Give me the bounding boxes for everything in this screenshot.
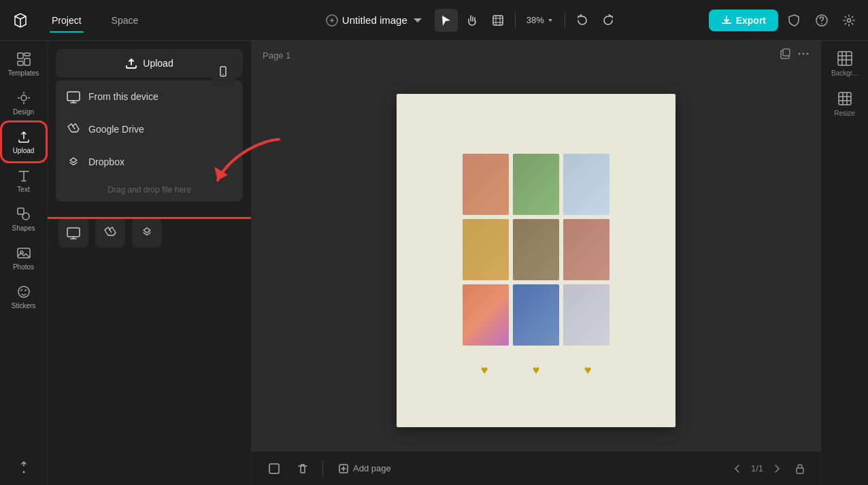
resize-panel-label: Resize: [834, 110, 855, 117]
sidebar-label-upload: Upload: [13, 147, 35, 154]
shield-icon[interactable]: [784, 10, 805, 31]
toolbar-tools: 38%: [435, 9, 620, 32]
svg-rect-28: [838, 52, 852, 65]
svg-rect-5: [18, 53, 23, 58]
canvas-page[interactable]: ♥ ♥ ♥: [397, 94, 675, 427]
canvas-header-actions: [780, 48, 809, 63]
topbar-tabs: Project Space: [38, 11, 242, 30]
svg-rect-7: [24, 58, 30, 65]
topbar: Project Space Untitled image 38%: [0, 0, 868, 41]
svg-point-9: [21, 95, 27, 101]
redo-btn[interactable]: [597, 9, 620, 32]
delete-page-btn[interactable]: [291, 457, 314, 480]
sidebar-item-photos[interactable]: Photos: [3, 240, 44, 276]
dropbox-source-btn[interactable]: [132, 218, 162, 248]
svg-rect-8: [18, 61, 23, 65]
lock-btn[interactable]: [790, 459, 809, 478]
svg-rect-2: [493, 16, 503, 25]
bottom-toolbar: Add page 1/1: [252, 451, 820, 485]
add-page-button[interactable]: Add page: [331, 459, 398, 478]
photo-cell-9[interactable]: [563, 284, 610, 346]
page-settings-btn[interactable]: [263, 457, 286, 480]
svg-rect-27: [797, 468, 803, 473]
background-panel-label: Backgr...: [831, 69, 858, 77]
sidebar-item-text[interactable]: Text: [3, 163, 44, 199]
canvas-area: Page 1: [252, 41, 820, 485]
photo-cell-3[interactable]: [563, 154, 610, 215]
hand-tool-btn[interactable]: [461, 9, 484, 32]
prev-page-btn[interactable]: [728, 459, 747, 478]
toolbar-divider-2: [565, 12, 565, 29]
sidebar-item-more[interactable]: [3, 454, 44, 480]
page-counter: 1/1: [751, 463, 763, 473]
canvas-scroll-area[interactable]: ♥ ♥ ♥: [252, 69, 820, 451]
svg-rect-21: [783, 49, 790, 56]
icon-sidebar: Templates Design Upload Text Shapes Phot…: [0, 41, 48, 485]
photo-cell-1[interactable]: [463, 154, 509, 215]
frame-tool-btn[interactable]: [486, 9, 510, 32]
photo-cell-7[interactable]: [463, 284, 509, 346]
app-logo[interactable]: [8, 8, 33, 33]
photo-cell-6[interactable]: [563, 219, 610, 280]
photo-cell-5[interactable]: [513, 219, 559, 280]
sidebar-label-templates: Templates: [8, 69, 39, 77]
source-icons-row: [48, 210, 251, 256]
svg-rect-29: [839, 93, 851, 105]
svg-point-4: [848, 18, 851, 22]
background-panel-item[interactable]: Backgr...: [827, 46, 863, 81]
svg-point-22: [799, 53, 801, 55]
heart-3: ♥: [584, 363, 592, 378]
export-button[interactable]: Export: [709, 10, 778, 31]
topbar-center: Untitled image 38%: [242, 9, 703, 32]
photo-cell-8[interactable]: [513, 284, 559, 346]
document-title: Untitled image: [342, 14, 407, 26]
svg-point-23: [803, 53, 805, 55]
zoom-control[interactable]: 38%: [521, 12, 559, 28]
sidebar-item-upload[interactable]: Upload: [3, 124, 44, 160]
select-tool-btn[interactable]: [435, 9, 458, 32]
topbar-right-icons: [784, 10, 860, 31]
sidebar-item-stickers[interactable]: Stickers: [3, 279, 44, 315]
bottom-navigation: 1/1: [728, 459, 809, 478]
google-drive-option[interactable]: Google Drive: [56, 113, 243, 146]
resize-panel-item[interactable]: Resize: [827, 86, 863, 121]
sidebar-label-shapes: Shapes: [12, 224, 35, 232]
sidebar-label-text: Text: [17, 186, 29, 193]
dropbox-option[interactable]: Dropbox: [56, 146, 243, 178]
heart-2: ♥: [533, 363, 540, 378]
svg-point-17: [222, 74, 224, 76]
drag-drop-hint: Drag and drop file here: [56, 178, 243, 201]
svg-rect-25: [269, 464, 279, 473]
photo-cell-2[interactable]: [513, 154, 559, 215]
right-panel: Backgr... Resize: [820, 41, 868, 485]
sidebar-label-design: Design: [13, 108, 34, 116]
tab-space[interactable]: Space: [98, 11, 152, 30]
sidebar-item-design[interactable]: Design: [3, 85, 44, 121]
next-page-btn[interactable]: [767, 459, 786, 478]
sidebar-item-templates[interactable]: Templates: [3, 46, 44, 82]
upload-phone-button[interactable]: [212, 57, 235, 86]
heart-1: ♥: [481, 363, 488, 378]
main-content: Templates Design Upload Text Shapes Phot…: [0, 41, 868, 485]
help-icon[interactable]: [811, 10, 833, 31]
svg-point-24: [807, 53, 809, 55]
settings-icon[interactable]: [838, 10, 860, 31]
device-source-btn[interactable]: [59, 218, 88, 248]
canvas-header: Page 1: [252, 41, 820, 69]
page-label: Page 1: [263, 50, 290, 61]
document-title-area[interactable]: Untitled image: [326, 14, 424, 27]
toolbar-divider: [515, 12, 516, 29]
gdrive-source-btn[interactable]: [95, 218, 125, 248]
upload-dropdown-container: Upload From this device Google Drive: [56, 49, 243, 201]
photo-cell-4[interactable]: [463, 219, 509, 280]
upload-dropdown-menu: From this device Google Drive Dropbox Dr…: [56, 80, 243, 201]
tab-project[interactable]: Project: [38, 11, 95, 30]
svg-point-15: [22, 471, 24, 473]
sidebar-item-shapes[interactable]: Shapes: [3, 201, 44, 237]
duplicate-page-icon[interactable]: [780, 48, 792, 63]
bottom-divider: [322, 461, 323, 477]
undo-btn[interactable]: [571, 9, 594, 32]
sidebar-label-stickers: Stickers: [12, 302, 36, 310]
more-options-icon[interactable]: [797, 48, 809, 63]
upload-panel: Upload From this device Google Drive: [48, 41, 252, 485]
